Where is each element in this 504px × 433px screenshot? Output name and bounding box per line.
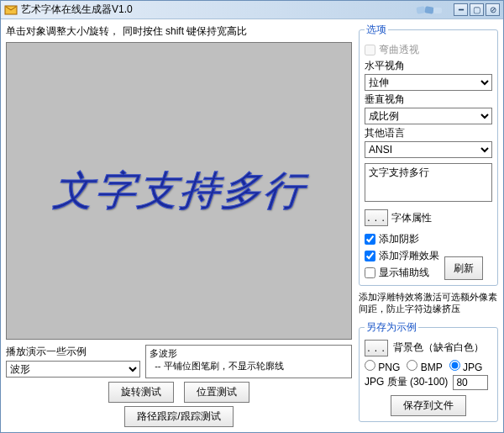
save-group: 另存为示例 . . . 背景色（缺省白色） PNG BMP JPG JPG 质量… bbox=[359, 320, 498, 422]
curve-perspective-checkbox bbox=[365, 45, 375, 55]
v-view-row: 垂直视角 成比例 bbox=[365, 92, 492, 124]
bgcolor-row: . . . 背景色（缺省白色） bbox=[365, 340, 492, 356]
svg-rect-3 bbox=[433, 8, 442, 13]
emboss-row[interactable]: 添加浮雕效果 bbox=[365, 249, 439, 263]
window-buttons: ━ ▢ ⊘ bbox=[454, 3, 500, 16]
quality-label: JPG 质量 (30-100) bbox=[365, 375, 448, 389]
refresh-button[interactable]: 刷新 bbox=[444, 256, 483, 280]
lang-row: 其他语言 ANSI bbox=[365, 126, 492, 158]
svg-rect-2 bbox=[424, 6, 433, 13]
save-to-file-button[interactable]: 保存到文件 bbox=[391, 395, 466, 416]
art-text-preview[interactable]: 文字支持多行 bbox=[50, 164, 307, 218]
path-test-button[interactable]: 路径跟踪/跟踪测试 bbox=[124, 406, 233, 427]
options-group: 选项 弯曲透视 水平视角 拉伸 垂直视角 成比例 bbox=[359, 23, 498, 286]
maximize-button[interactable]: ▢ bbox=[470, 3, 484, 16]
curve-perspective-label: 弯曲透视 bbox=[379, 43, 419, 57]
guides-checkbox[interactable] bbox=[365, 267, 375, 278]
svg-rect-1 bbox=[416, 6, 425, 14]
shadow-label: 添加阴影 bbox=[379, 232, 419, 246]
text-input[interactable] bbox=[365, 163, 492, 202]
guides-row[interactable]: 显示辅助线 bbox=[365, 266, 439, 280]
demo-select-col: 播放演示一些示例 波形 bbox=[6, 345, 140, 378]
demo-info-box: 多波形 -- 平铺位图笔刷，不显示轮廓线 bbox=[145, 345, 352, 378]
v-view-label: 垂直视角 bbox=[365, 92, 492, 107]
guides-label: 显示辅助线 bbox=[379, 266, 429, 280]
png-radio[interactable] bbox=[365, 360, 375, 371]
format-radios: PNG BMP JPG bbox=[365, 360, 492, 373]
options-legend: 选项 bbox=[365, 23, 388, 37]
titlebar-decor-icon bbox=[415, 4, 449, 16]
quality-row: JPG 质量 (30-100) bbox=[365, 375, 492, 390]
demo-label: 播放演示一些示例 bbox=[6, 345, 140, 359]
right-panel: 选项 弯曲透视 水平视角 拉伸 垂直视角 成比例 bbox=[357, 19, 503, 432]
app-icon bbox=[4, 3, 18, 17]
emboss-note: 添加浮雕特效将激活可选额外像素间距，防止字符边缘挤压 bbox=[359, 289, 498, 317]
font-props-browse-button[interactable]: . . . bbox=[365, 209, 388, 226]
effects-checks: 添加阴影 添加浮雕效果 显示辅助线 bbox=[365, 230, 439, 280]
font-props-label: 字体属性 bbox=[391, 211, 432, 225]
v-view-select[interactable]: 成比例 bbox=[365, 108, 492, 124]
lang-label: 其他语言 bbox=[365, 126, 492, 140]
preview-canvas[interactable]: 文字支持多行 bbox=[6, 42, 352, 340]
bgcolor-browse-button[interactable]: . . . bbox=[365, 340, 388, 356]
png-radio-row[interactable]: PNG bbox=[365, 360, 400, 373]
emboss-label: 添加浮雕效果 bbox=[379, 249, 439, 263]
emboss-checkbox[interactable] bbox=[365, 251, 375, 261]
titlebar: 艺术字体在线生成器V1.0 ━ ▢ ⊘ bbox=[1, 1, 503, 19]
save-legend: 另存为示例 bbox=[365, 320, 418, 335]
test-buttons-row1: 旋转测试 位置测试 bbox=[6, 382, 352, 403]
save-btn-row: 保存到文件 bbox=[365, 395, 492, 416]
position-test-button[interactable]: 位置测试 bbox=[184, 382, 249, 403]
minimize-button[interactable]: ━ bbox=[454, 3, 468, 16]
text-input-row bbox=[365, 163, 492, 204]
lang-select[interactable]: ANSI bbox=[365, 141, 492, 158]
effects-row: 添加阴影 添加浮雕效果 显示辅助线 刷新 bbox=[365, 230, 492, 280]
demo-select[interactable]: 波形 bbox=[6, 361, 140, 378]
app-window: 艺术字体在线生成器V1.0 ━ ▢ ⊘ 单击对象调整大小/旋转， 同时按住 sh… bbox=[0, 0, 504, 433]
rotate-test-button[interactable]: 旋转测试 bbox=[108, 382, 174, 403]
jpg-radio-row[interactable]: JPG bbox=[449, 360, 483, 373]
bmp-radio-row[interactable]: BMP bbox=[407, 360, 442, 373]
test-buttons-row2: 路径跟踪/跟踪测试 bbox=[6, 406, 352, 427]
h-view-row: 水平视角 拉伸 bbox=[365, 59, 492, 91]
shadow-checkbox[interactable] bbox=[365, 234, 375, 245]
content-area: 单击对象调整大小/旋转， 同时按住 shift 键保持宽高比 文字支持多行 播放… bbox=[1, 19, 503, 432]
bmp-radio[interactable] bbox=[407, 360, 417, 371]
bgcolor-label: 背景色（缺省白色） bbox=[393, 341, 484, 355]
window-title: 艺术字体在线生成器V1.0 bbox=[21, 3, 415, 17]
close-button[interactable]: ⊘ bbox=[486, 3, 500, 16]
jpg-radio[interactable] bbox=[449, 360, 460, 371]
font-props-row: . . . 字体属性 bbox=[365, 209, 492, 226]
curve-perspective-row: 弯曲透视 bbox=[365, 43, 492, 57]
shadow-row[interactable]: 添加阴影 bbox=[365, 232, 439, 246]
hint-text: 单击对象调整大小/旋转， 同时按住 shift 键保持宽高比 bbox=[6, 23, 352, 42]
left-panel: 单击对象调整大小/旋转， 同时按住 shift 键保持宽高比 文字支持多行 播放… bbox=[1, 19, 357, 432]
h-view-label: 水平视角 bbox=[365, 59, 492, 73]
quality-input[interactable] bbox=[453, 375, 488, 390]
h-view-select[interactable]: 拉伸 bbox=[365, 74, 492, 91]
demo-row: 播放演示一些示例 波形 多波形 -- 平铺位图笔刷，不显示轮廓线 bbox=[6, 345, 352, 378]
